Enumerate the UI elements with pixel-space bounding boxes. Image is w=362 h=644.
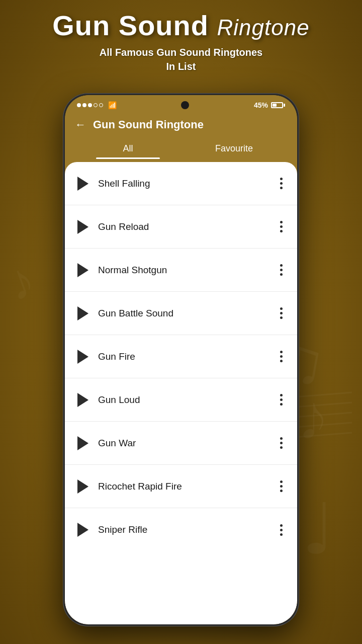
more-dot-3: [280, 360, 283, 362]
more-dot-3: [280, 403, 283, 406]
tabs-container: All Favourite: [65, 138, 297, 159]
ringtone-name: Normal Shotgun: [98, 265, 273, 276]
phone-frame: 📶 45% ←: [63, 93, 299, 626]
play-button[interactable]: [73, 521, 91, 539]
ringtone-name: Gun Fire: [98, 351, 273, 362]
more-dot-1: [280, 351, 283, 353]
ringtone-name: Gun War: [98, 438, 273, 449]
list-item: Gun War: [65, 422, 297, 465]
phone-inner-bezel: 📶 45% ←: [65, 95, 297, 624]
more-dot-3: [280, 273, 283, 276]
more-options-button[interactable]: [273, 219, 289, 235]
svg-text:♩: ♩: [302, 490, 335, 569]
more-dot-2: [280, 529, 283, 531]
more-dot-3: [280, 446, 283, 449]
ringtone-name: Ricochet Rapid Fire: [98, 481, 273, 492]
wifi-icon: 📶: [108, 101, 117, 109]
signal-dot-3: [88, 103, 92, 107]
more-options-button[interactable]: [273, 478, 289, 495]
more-dot-3: [280, 316, 283, 319]
ringtone-name: Gun Battle Sound: [98, 308, 273, 319]
more-options-button[interactable]: [273, 349, 289, 365]
more-dot-2: [280, 182, 283, 185]
phone-screen: 📶 45% ←: [65, 95, 297, 624]
svg-text:♪: ♪: [0, 250, 42, 311]
more-options-button[interactable]: [273, 305, 289, 321]
more-dot-1: [280, 524, 283, 527]
more-dot-2: [280, 485, 283, 488]
play-triangle-icon: [77, 263, 88, 277]
ringtone-name: Gun Loud: [98, 394, 273, 406]
more-options-button[interactable]: [273, 176, 289, 192]
status-right: 45%: [254, 101, 285, 109]
more-options-button[interactable]: [273, 522, 289, 538]
play-button[interactable]: [73, 391, 91, 409]
more-dot-2: [280, 312, 283, 314]
battery-fill: [273, 104, 277, 107]
promo-title: Gun Sound Ringtone: [0, 10, 362, 41]
more-dot-2: [280, 269, 283, 271]
list-item: Gun Loud: [65, 378, 297, 422]
tab-all[interactable]: All: [75, 138, 181, 159]
phone-outer-bezel: 📶 45% ←: [63, 93, 299, 626]
play-button[interactable]: [73, 434, 91, 452]
more-dot-3: [280, 533, 283, 536]
play-triangle-icon: [77, 177, 88, 191]
promo-subtitle: All Famous Gun Sound Ringtones In List: [0, 45, 362, 73]
subtitle-line1: All Famous Gun Sound Ringtones: [0, 45, 362, 59]
tab-favourite[interactable]: Favourite: [181, 138, 287, 159]
play-triangle-icon: [77, 479, 88, 494]
list-item: Shell Falling: [65, 162, 297, 205]
more-dot-3: [280, 230, 283, 232]
play-button[interactable]: [73, 175, 91, 193]
list-item: Normal Shotgun: [65, 249, 297, 292]
signal-indicator: [77, 103, 103, 107]
play-button[interactable]: [73, 304, 91, 323]
play-button[interactable]: [73, 218, 91, 236]
more-dot-1: [280, 394, 283, 396]
play-triangle-icon: [77, 523, 88, 537]
battery-icon: [271, 102, 285, 108]
play-button[interactable]: [73, 477, 91, 496]
more-dot-1: [280, 307, 283, 310]
more-dot-2: [280, 398, 283, 401]
ringtone-name: Shell Falling: [98, 178, 273, 189]
play-button[interactable]: [73, 348, 91, 366]
ringtone-name: Sniper Rifle: [98, 524, 273, 535]
ringtone-list: Shell Falling Gun Reload Normal Shotgun: [65, 162, 297, 551]
camera-notch: [181, 101, 189, 109]
play-triangle-icon: [77, 220, 88, 234]
signal-dot-1: [77, 103, 81, 107]
more-dot-3: [280, 187, 283, 189]
more-dot-1: [280, 264, 283, 267]
subtitle-line2: In List: [0, 59, 362, 73]
battery-percent: 45%: [254, 101, 268, 109]
more-options-button[interactable]: [273, 435, 289, 451]
list-item: Gun Reload: [65, 205, 297, 249]
more-dot-1: [280, 178, 283, 180]
more-dot-1: [280, 221, 283, 223]
more-dot-1: [280, 480, 283, 483]
more-dot-2: [280, 225, 283, 228]
play-triangle-icon: [77, 350, 88, 364]
more-dot-3: [280, 490, 283, 492]
list-item: Ricochet Rapid Fire: [65, 465, 297, 508]
battery-tip: [284, 104, 285, 107]
more-dot-2: [280, 442, 283, 444]
play-triangle-icon: [77, 306, 88, 320]
more-options-button[interactable]: [273, 392, 289, 408]
play-triangle-icon: [77, 436, 88, 450]
list-item: Gun Fire: [65, 335, 297, 378]
play-button[interactable]: [73, 261, 91, 279]
list-item: Gun Battle Sound: [65, 292, 297, 335]
more-options-button[interactable]: [273, 262, 289, 278]
play-triangle-icon: [77, 393, 88, 407]
more-dot-2: [280, 355, 283, 358]
list-item: Sniper Rifle: [65, 508, 297, 551]
app-header: ← Gun Sound Ringtone: [65, 113, 297, 138]
signal-dot-2: [82, 103, 86, 107]
promo-header: Gun Sound Ringtone All Famous Gun Sound …: [0, 10, 362, 73]
back-button[interactable]: ←: [75, 118, 86, 131]
more-dot-1: [280, 437, 283, 440]
svg-text:𝅘𝅥𝅮: 𝅘𝅥𝅮: [303, 403, 323, 438]
